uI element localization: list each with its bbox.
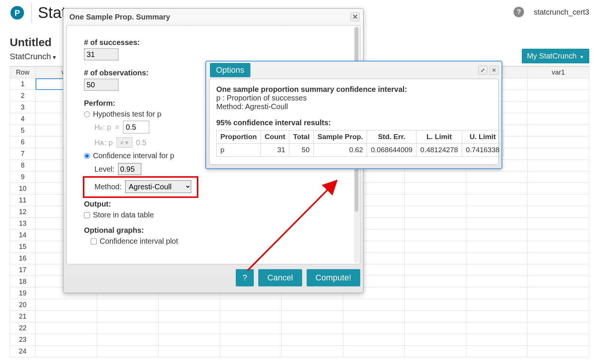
h0-value-input[interactable] [123, 121, 149, 133]
my-statcrunch-button[interactable]: My StatCrunch▼ [522, 49, 589, 63]
row-header[interactable]: 9 [10, 171, 36, 183]
cell[interactable] [159, 334, 220, 346]
cell[interactable] [466, 195, 527, 206]
cell[interactable] [343, 311, 404, 322]
cell[interactable] [404, 218, 466, 229]
cell[interactable] [36, 311, 97, 322]
cell[interactable] [527, 311, 589, 322]
cell[interactable] [466, 311, 527, 322]
ci-plot-checkbox[interactable] [91, 238, 97, 244]
cell[interactable] [282, 322, 343, 334]
close-icon[interactable]: ✕ [350, 12, 359, 21]
cell[interactable] [97, 334, 159, 346]
username-label[interactable]: statcrunch_cert3 [534, 8, 589, 16]
row-header[interactable]: 14 [10, 229, 36, 241]
cell[interactable] [36, 334, 97, 346]
cell[interactable] [282, 334, 343, 346]
cell[interactable] [527, 148, 589, 160]
row-header[interactable]: 22 [10, 322, 36, 334]
successes-input[interactable] [84, 48, 118, 60]
cell[interactable] [466, 183, 527, 195]
column-header[interactable]: Row [10, 67, 36, 78]
cell[interactable] [527, 264, 589, 276]
row-header[interactable]: 2 [10, 90, 36, 102]
cell[interactable] [220, 299, 282, 311]
expand-icon[interactable]: ⤢ [478, 66, 487, 75]
cell[interactable] [527, 78, 589, 90]
row-header[interactable]: 1 [10, 78, 36, 90]
cell[interactable] [527, 346, 589, 357]
cell[interactable] [97, 322, 159, 334]
row-header[interactable]: 6 [10, 136, 36, 148]
cancel-button[interactable]: Cancel [258, 269, 302, 286]
cell[interactable] [527, 206, 589, 218]
row-header[interactable]: 18 [10, 276, 36, 288]
cell[interactable] [220, 334, 282, 346]
compute-button[interactable]: Compute! [307, 269, 360, 286]
row-header[interactable]: 19 [10, 288, 36, 299]
cell[interactable] [527, 276, 589, 288]
cell[interactable] [527, 334, 589, 346]
cell[interactable] [404, 276, 466, 288]
cell[interactable] [527, 288, 589, 299]
cell[interactable] [282, 311, 343, 322]
cell[interactable] [527, 241, 589, 253]
cell[interactable] [159, 346, 220, 357]
close-icon[interactable]: ✕ [490, 66, 499, 75]
cell[interactable] [466, 276, 527, 288]
cell[interactable] [159, 299, 220, 311]
cell[interactable] [404, 253, 466, 264]
cell[interactable] [527, 253, 589, 264]
cell[interactable] [404, 264, 466, 276]
menu-statcrunch[interactable]: StatCrunch▼ [10, 52, 57, 61]
cell[interactable] [527, 102, 589, 113]
cell[interactable] [159, 311, 220, 322]
cell[interactable] [466, 299, 527, 311]
row-header[interactable]: 5 [10, 125, 36, 136]
cell[interactable] [97, 346, 159, 357]
cell[interactable] [527, 183, 589, 195]
cell[interactable] [404, 206, 466, 218]
observations-input[interactable] [84, 79, 118, 91]
row-header[interactable]: 20 [10, 299, 36, 311]
cell[interactable] [527, 125, 589, 136]
help-button[interactable]: ? [236, 269, 254, 286]
cell[interactable] [404, 334, 466, 346]
cell[interactable] [527, 322, 589, 334]
level-input[interactable] [118, 163, 141, 175]
cell[interactable] [466, 264, 527, 276]
cell[interactable] [527, 299, 589, 311]
row-header[interactable]: 3 [10, 102, 36, 113]
row-header[interactable]: 16 [10, 253, 36, 264]
row-header[interactable]: 13 [10, 218, 36, 229]
cell[interactable] [343, 334, 404, 346]
ha-operator-select[interactable]: ≠ ▾ [117, 137, 132, 148]
radio-confidence-interval[interactable] [84, 153, 90, 159]
cell[interactable] [527, 160, 589, 171]
cell[interactable] [466, 334, 527, 346]
help-icon[interactable]: ? [514, 7, 524, 17]
cell[interactable] [159, 322, 220, 334]
radio-hypothesis[interactable] [84, 111, 90, 117]
row-header[interactable]: 23 [10, 334, 36, 346]
row-header[interactable]: 4 [10, 113, 36, 125]
cell[interactable] [404, 288, 466, 299]
cell[interactable] [466, 253, 527, 264]
column-header[interactable]: var1 [527, 67, 589, 78]
cell[interactable] [343, 299, 404, 311]
cell[interactable] [527, 229, 589, 241]
cell[interactable] [466, 229, 527, 241]
method-select[interactable]: Agresti-Coull [125, 180, 191, 193]
cell[interactable] [36, 299, 97, 311]
cell[interactable] [404, 299, 466, 311]
row-header[interactable]: 24 [10, 346, 36, 357]
row-header[interactable]: 15 [10, 241, 36, 253]
cell[interactable] [343, 346, 404, 357]
cell[interactable] [527, 90, 589, 102]
cell[interactable] [466, 171, 527, 183]
cell[interactable] [97, 311, 159, 322]
row-header[interactable]: 7 [10, 148, 36, 160]
cell[interactable] [220, 346, 282, 357]
cell[interactable] [466, 218, 527, 229]
cell[interactable] [527, 195, 589, 206]
